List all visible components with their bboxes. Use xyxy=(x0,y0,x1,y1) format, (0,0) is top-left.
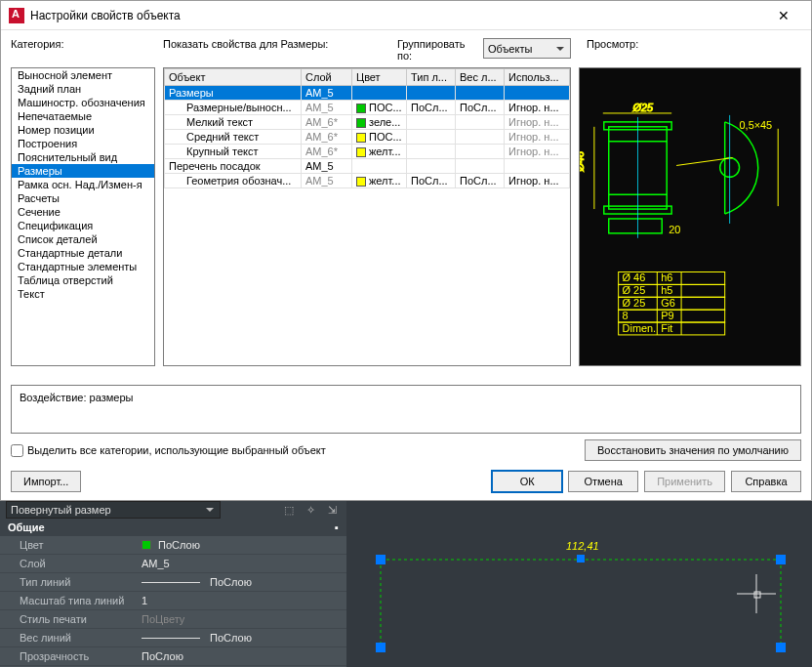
apply-button[interactable]: Применить xyxy=(644,471,725,492)
svg-text:G6: G6 xyxy=(661,297,675,309)
svg-text:Ø 25: Ø 25 xyxy=(623,284,646,296)
svg-text:8: 8 xyxy=(623,310,629,321)
column-header[interactable]: Слой xyxy=(302,69,352,86)
category-item[interactable]: Стандартные элементы xyxy=(12,260,154,273)
table-row[interactable]: Перечень посадокAM_5 xyxy=(165,159,570,174)
category-item[interactable]: Таблица отверстий xyxy=(12,273,154,287)
import-button[interactable]: Импорт... xyxy=(11,471,81,492)
dimension-text: 112,41 xyxy=(566,540,599,552)
svg-rect-48 xyxy=(376,643,386,652)
app-icon xyxy=(9,8,24,23)
preview-pane: Ø46 Ø25 0,5×45 20 Ø 46h6Ø 25h5Ø 25G68P9D… xyxy=(579,67,801,366)
toggle-icon[interactable]: ⇲ xyxy=(323,501,341,519)
quick-select-icon[interactable]: ⬚ xyxy=(280,501,298,519)
category-item[interactable]: Задний план xyxy=(12,82,154,96)
svg-text:h5: h5 xyxy=(661,284,672,296)
preview-label: Просмотр: xyxy=(587,38,638,50)
svg-rect-50 xyxy=(577,555,585,563)
column-header[interactable]: Использ... xyxy=(505,69,570,86)
category-label: Категория: xyxy=(11,38,63,50)
property-row[interactable]: ПрозрачностьПоСлою xyxy=(0,647,346,666)
cancel-button[interactable]: Отмена xyxy=(568,471,638,492)
properties-table[interactable]: ОбъектСлойЦветТип л...Вес л...Использ...… xyxy=(163,67,571,366)
svg-rect-49 xyxy=(776,643,786,652)
table-row[interactable]: Крупный текстAM_6*желт...Игнор. н... xyxy=(165,145,570,159)
pick-add-icon[interactable]: ✧ xyxy=(302,501,319,519)
category-item[interactable]: Непечатаемые xyxy=(12,109,154,123)
column-header[interactable]: Объект xyxy=(165,69,302,86)
property-row[interactable]: Стиль печатиПоЦвету xyxy=(0,610,346,629)
svg-text:Ø 46: Ø 46 xyxy=(623,271,646,283)
dialog-content: Категория: Показать свойства для Размеры… xyxy=(1,30,811,500)
help-button[interactable]: Справка xyxy=(731,471,801,492)
svg-rect-47 xyxy=(776,555,786,564)
property-row[interactable]: СлойAM_5 xyxy=(0,555,346,573)
svg-text:Fit: Fit xyxy=(661,322,672,334)
table-row[interactable]: Средний текстAM_6*ПОС...Игнор. н... xyxy=(165,130,570,145)
effect-label: Воздействие: размеры xyxy=(20,392,133,403)
category-item[interactable]: Сечение xyxy=(12,205,154,219)
table-row[interactable]: Размерные/выносн...AM_5ПОС...ПоСл...ПоСл… xyxy=(165,101,570,115)
restore-defaults-button[interactable]: Восстановить значения по умолчанию xyxy=(585,439,801,461)
svg-text:Ø46: Ø46 xyxy=(580,150,586,173)
svg-text:0,5×45: 0,5×45 xyxy=(740,119,773,131)
svg-rect-7 xyxy=(609,219,663,233)
category-item[interactable]: Размеры xyxy=(12,164,154,178)
category-list[interactable]: Выносной элементЗадний планМашиностр. об… xyxy=(11,67,155,366)
column-header[interactable]: Тип л... xyxy=(407,69,456,86)
category-item[interactable]: Выносной элемент xyxy=(12,68,154,82)
titlebar: Настройки свойств объекта ✕ xyxy=(1,1,811,30)
svg-text:h6: h6 xyxy=(661,271,672,283)
close-button[interactable]: ✕ xyxy=(764,2,803,29)
property-row[interactable]: Вес линийПоСлою xyxy=(0,629,346,647)
column-header[interactable]: Вес л... xyxy=(456,69,505,86)
table-row[interactable]: РазмерыAM_5 xyxy=(165,86,570,101)
object-type-select[interactable]: Повернутый размер xyxy=(6,501,221,519)
category-item[interactable]: Пояснительный вид xyxy=(12,150,154,164)
category-item[interactable]: Стандартные детали xyxy=(12,246,154,260)
property-row[interactable]: Тип линийПоСлою xyxy=(0,573,346,592)
drawing-canvas[interactable]: 112,41 xyxy=(346,501,812,667)
svg-text:Ø25: Ø25 xyxy=(632,102,655,113)
property-row[interactable]: Масштаб типа линий1 xyxy=(0,592,346,610)
ok-button[interactable]: ОК xyxy=(492,471,562,492)
column-header[interactable]: Цвет xyxy=(352,69,407,86)
category-item[interactable]: Список деталей xyxy=(12,232,154,246)
category-item[interactable]: Номер позиции xyxy=(12,123,154,137)
category-item[interactable]: Расчеты xyxy=(12,191,154,205)
svg-rect-46 xyxy=(376,555,386,564)
group-by-select[interactable]: Объекты xyxy=(483,38,571,59)
category-item[interactable]: Построения xyxy=(12,137,154,150)
collapse-icon[interactable]: ▪ xyxy=(335,521,339,533)
dialog-title: Настройки свойств объекта xyxy=(30,9,764,22)
show-props-label: Показать свойства для Размеры: xyxy=(163,38,328,50)
workspace: Повернутый размер ⬚ ✧ ⇲ Общие ▪ ЦветПоСл… xyxy=(0,501,812,667)
group-by-label: Группировать по: xyxy=(397,38,475,62)
property-row[interactable]: ЦветПоСлою xyxy=(0,536,346,555)
table-row[interactable]: Мелкий текстAM_6*зеле...Игнор. н... xyxy=(165,115,570,130)
svg-text:P9: P9 xyxy=(661,310,673,321)
group-general[interactable]: Общие ▪ xyxy=(0,519,346,536)
category-item[interactable]: Рамка осн. Над./Измен-я xyxy=(12,178,154,191)
svg-text:20: 20 xyxy=(669,224,680,235)
table-row[interactable]: Геометрия обознач...AM_5желт...ПоСл...По… xyxy=(165,174,570,188)
category-item[interactable]: Машиностр. обозначения xyxy=(12,96,154,109)
effect-box: Воздействие: размеры xyxy=(11,385,801,434)
highlight-all-checkbox[interactable] xyxy=(11,444,23,457)
highlight-all-label: Выделить все категории, использующие выб… xyxy=(27,444,326,456)
category-item[interactable]: Текст xyxy=(12,287,154,301)
properties-palette[interactable]: Повернутый размер ⬚ ✧ ⇲ Общие ▪ ЦветПоСл… xyxy=(0,501,346,667)
object-property-settings-dialog: Настройки свойств объекта ✕ Категория: П… xyxy=(0,0,812,501)
category-item[interactable]: Спецификация xyxy=(12,219,154,232)
svg-rect-53 xyxy=(754,592,760,598)
svg-text:Ø 25: Ø 25 xyxy=(623,297,646,309)
svg-text:Dimen.: Dimen. xyxy=(623,322,657,334)
